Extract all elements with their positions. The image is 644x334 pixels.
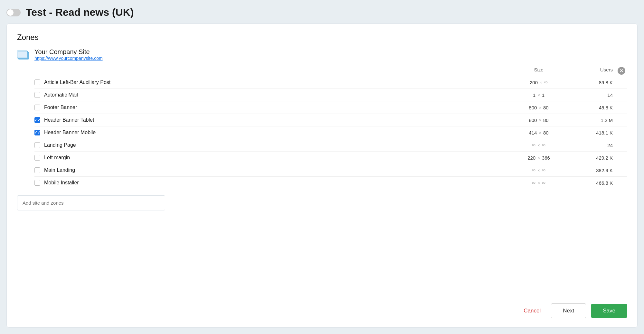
- zone-checkbox[interactable]: [34, 105, 40, 110]
- zone-size: ∞×∞: [507, 180, 571, 186]
- toggle-switch[interactable]: [6, 9, 21, 16]
- zone-checkbox[interactable]: ✓: [34, 117, 40, 123]
- remove-site-button[interactable]: ✕: [618, 67, 625, 75]
- zone-name: Article Left-Bar Auxiliary Post: [44, 79, 110, 85]
- zone-name: Mobile Installer: [44, 180, 79, 186]
- table-row: ✓Header Banner Mobile414×80418.1 K: [34, 126, 627, 139]
- site-name: Your Company Site: [34, 48, 103, 56]
- zone-name: Header Banner Tablet: [44, 117, 94, 123]
- table-row: Automatic Mail1×114: [34, 88, 627, 101]
- zone-checkbox[interactable]: [34, 155, 40, 161]
- zone-size: 220×366: [507, 155, 571, 161]
- zone-name: Main Landing: [44, 167, 75, 173]
- zone-name: Left margin: [44, 155, 70, 161]
- zone-size: 1×1: [507, 92, 571, 98]
- zone-users: 418.1 K: [571, 130, 616, 135]
- svg-rect-3: [18, 51, 27, 52]
- table-row: Mobile Installer∞×∞466.8 K: [34, 176, 627, 189]
- zone-users: 1.2 M: [571, 117, 616, 123]
- zone-checkbox[interactable]: [34, 92, 40, 98]
- page-title: Test - Read news (UK): [26, 6, 134, 18]
- col-size-header: Size: [507, 67, 571, 75]
- site-url[interactable]: https://www.yourcompanysite.com: [34, 56, 103, 61]
- zone-checkbox[interactable]: [34, 142, 40, 148]
- col-users-header: Users: [571, 67, 616, 75]
- zone-users: 89.8 K: [571, 80, 616, 85]
- add-site-input[interactable]: [17, 195, 165, 210]
- site-info: Your Company Site https://www.yourcompan…: [34, 48, 103, 61]
- save-button[interactable]: Save: [591, 304, 627, 318]
- table-row: Main Landing∞×∞382.9 K: [34, 164, 627, 176]
- zone-users: 429.2 K: [571, 155, 616, 161]
- table-row: ✓Header Banner Tablet800×801.2 M: [34, 114, 627, 126]
- table-row: Article Left-Bar Auxiliary Post200×∞89.8…: [34, 76, 627, 88]
- zone-name: Automatic Mail: [44, 92, 78, 98]
- next-button[interactable]: Next: [551, 303, 586, 318]
- table-row: Landing Page∞×∞24: [34, 139, 627, 151]
- zone-checkbox[interactable]: [34, 167, 40, 173]
- zone-users: 466.8 K: [571, 180, 616, 186]
- zone-checkbox[interactable]: [34, 79, 40, 85]
- table-row: Left margin220×366429.2 K: [34, 151, 627, 164]
- zone-checkbox[interactable]: [34, 180, 40, 186]
- zones-list: Article Left-Bar Auxiliary Post200×∞89.8…: [17, 76, 627, 189]
- zone-size: ∞×∞: [507, 142, 571, 148]
- zone-users: 24: [571, 143, 616, 148]
- zone-checkbox[interactable]: ✓: [34, 130, 40, 135]
- zone-size: 800×80: [507, 105, 571, 110]
- zone-size: 414×80: [507, 130, 571, 135]
- zone-name: Landing Page: [44, 142, 76, 148]
- zone-size: ∞×∞: [507, 167, 571, 173]
- site-header: Your Company Site https://www.yourcompan…: [17, 48, 627, 62]
- zone-name: Footer Banner: [44, 105, 77, 110]
- zone-name: Header Banner Mobile: [44, 130, 96, 135]
- table-row: Footer Banner800×8045.8 K: [34, 101, 627, 114]
- zone-users: 45.8 K: [571, 105, 616, 110]
- zone-users: 382.9 K: [571, 168, 616, 173]
- site-icon: [17, 49, 30, 62]
- zone-users: 14: [571, 92, 616, 98]
- col-name-header: [34, 67, 507, 75]
- zones-title: Zones: [17, 33, 627, 42]
- main-card: Zones Your Company Site https://www.your…: [6, 23, 638, 328]
- zone-size: 800×80: [507, 117, 571, 123]
- footer-actions: Cancel Next Save: [17, 294, 627, 318]
- cancel-button[interactable]: Cancel: [518, 304, 546, 317]
- zone-size: 200×∞: [507, 79, 571, 85]
